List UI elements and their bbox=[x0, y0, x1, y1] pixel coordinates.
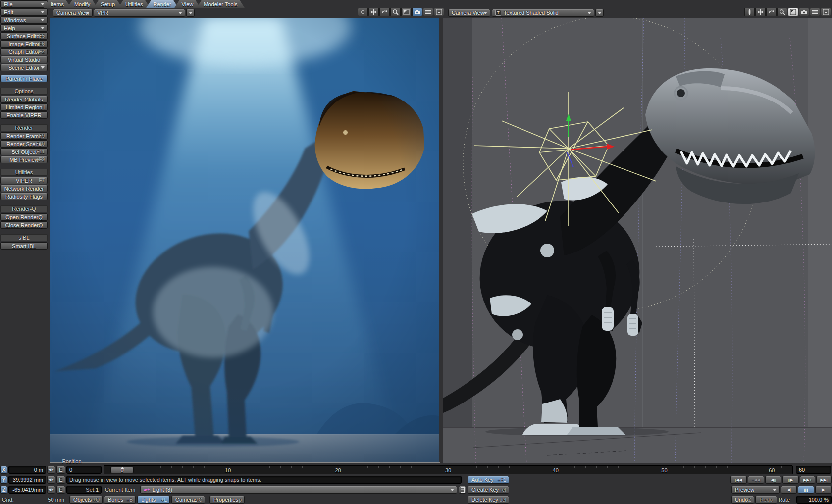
chevron-down-icon bbox=[587, 12, 591, 14]
sidebar-item-limited-region[interactable]: Limited Regionl bbox=[0, 103, 48, 111]
dope-track-toggle[interactable] bbox=[459, 486, 466, 494]
sidebar-item-render-globals[interactable]: Render Globals bbox=[0, 96, 48, 103]
sidebar-item-close-renderq[interactable]: Close RenderQ bbox=[0, 221, 48, 229]
next-key-button[interactable]: ▶▶+ bbox=[800, 476, 815, 484]
left-viewport-shading-select[interactable]: VPR bbox=[94, 9, 185, 17]
z-envelope-button[interactable]: E bbox=[56, 486, 65, 494]
menu-windows[interactable]: Windows bbox=[0, 16, 48, 24]
current-frame-field[interactable]: 0 bbox=[66, 466, 102, 474]
play-reverse-button[interactable]: ◀ bbox=[781, 486, 797, 494]
vpr-render-scene bbox=[50, 18, 439, 462]
axis-y-toggle[interactable]: Y bbox=[0, 476, 7, 484]
timeline-ruler[interactable]: 0 10 20 30 40 50 60 bbox=[104, 465, 793, 474]
sidebar-item-virtual-studio[interactable]: Virtual Studio bbox=[0, 56, 48, 63]
stepper-arrows-icon: ◀▶ bbox=[48, 488, 54, 492]
pan-view-icon[interactable] bbox=[368, 8, 379, 16]
snapshot-icon[interactable] bbox=[821, 8, 831, 16]
pause-button[interactable]: ▮▮ bbox=[798, 486, 814, 494]
set-field[interactable]: Set:1 bbox=[66, 486, 102, 494]
play-button[interactable]: ▶ bbox=[815, 486, 832, 494]
frame-slider-handle[interactable]: 0 bbox=[110, 467, 134, 473]
sidebar-item-radiosity-flags[interactable]: Radiosity Flags bbox=[0, 193, 48, 200]
menu-help[interactable]: Help bbox=[0, 24, 48, 32]
zoom-view-icon[interactable] bbox=[777, 8, 787, 16]
maximize-viewport-icon[interactable] bbox=[401, 8, 412, 16]
tab-view[interactable]: View bbox=[174, 0, 201, 8]
sidebar-item-mb-preview[interactable]: MB Preview+F9 bbox=[0, 156, 48, 163]
sidebar-item-render-frame[interactable]: Render FrameF9 bbox=[0, 132, 48, 140]
x-envelope-button[interactable]: E bbox=[56, 466, 65, 474]
current-item-dropdown[interactable]: ▰✦ Light (3) bbox=[140, 486, 457, 494]
go-to-start-button[interactable]: |◀◀ bbox=[730, 476, 747, 484]
camera-icon[interactable] bbox=[412, 8, 422, 16]
left-viewport-canvas[interactable] bbox=[50, 18, 440, 463]
sidebar-item-sel-object[interactable]: Sel ObjectF11 bbox=[0, 148, 48, 155]
item-tab-objects[interactable]: Objects+O bbox=[69, 496, 103, 504]
menu-file[interactable]: File bbox=[0, 0, 48, 8]
tab-modify[interactable]: Modify bbox=[67, 0, 98, 8]
y-envelope-button[interactable]: E bbox=[56, 476, 65, 484]
position-x-field[interactable]: 0 m bbox=[8, 466, 46, 474]
item-tab-cameras[interactable]: Cameras+C bbox=[171, 496, 205, 504]
right-viewport-canvas[interactable] bbox=[443, 18, 832, 463]
tab-render[interactable]: Render bbox=[146, 0, 179, 8]
left-viewport-view-select[interactable]: Camera View bbox=[53, 9, 93, 17]
left-viewport-options-dropdown[interactable] bbox=[186, 9, 195, 17]
position-y-field[interactable]: 39.9992 mm bbox=[8, 476, 46, 484]
button-label: Bones bbox=[108, 497, 123, 503]
sidebar-item-graph-editor[interactable]: Graph Editor^F2 bbox=[0, 48, 48, 55]
zoom-view-icon[interactable] bbox=[390, 8, 401, 16]
tab-items[interactable]: Items bbox=[43, 0, 71, 8]
list-menu-icon[interactable] bbox=[423, 8, 433, 16]
auto-key-button[interactable]: Auto Key+F1 bbox=[468, 476, 509, 484]
properties-button[interactable]: Propertiesp bbox=[209, 496, 245, 504]
move-view-icon[interactable] bbox=[358, 8, 368, 16]
tab-modeler-tools[interactable]: Modeler Tools bbox=[196, 0, 245, 8]
rotate-view-icon[interactable] bbox=[379, 8, 390, 16]
button-label: Smart IBL bbox=[12, 243, 36, 249]
sidebar-item-scene-editor[interactable]: Scene Editor bbox=[0, 64, 48, 71]
menu-edit[interactable]: Edit bbox=[0, 8, 48, 16]
snapshot-icon[interactable] bbox=[434, 8, 444, 16]
sidebar-item-open-renderq[interactable]: Open RenderQ bbox=[0, 213, 48, 221]
sidebar-item-parent-in-place[interactable]: Parent in Place bbox=[0, 75, 48, 82]
last-frame-field[interactable]: 60 bbox=[796, 466, 831, 474]
create-key-button[interactable]: Create Keyret bbox=[468, 486, 509, 494]
prev-key-button[interactable]: +◀◀ bbox=[748, 476, 764, 484]
axis-z-toggle[interactable]: Z bbox=[0, 486, 7, 494]
sidebar-item-viper[interactable]: VIPERF7 bbox=[0, 177, 48, 184]
sidebar-item-image-editor[interactable]: Image EditorF6 bbox=[0, 40, 48, 48]
camera-icon[interactable] bbox=[799, 8, 809, 16]
right-viewport-shading-select[interactable]: T Textured Shaded Solid bbox=[492, 9, 594, 17]
item-tab-bones[interactable]: Bones+B bbox=[104, 496, 136, 504]
tab-utilities[interactable]: Utilities bbox=[118, 0, 150, 8]
sidebar-item-smart-ibl[interactable]: Smart IBL bbox=[0, 242, 48, 250]
position-z-field[interactable]: -65.0419mm bbox=[8, 486, 46, 494]
rotate-view-icon[interactable] bbox=[766, 8, 777, 16]
delete-key-button[interactable]: Delete Keydel bbox=[468, 496, 509, 504]
go-to-end-button[interactable]: ▶▶| bbox=[816, 476, 832, 484]
rate-field[interactable]: 100.0 % bbox=[796, 496, 832, 504]
sidebar-item-render-scene[interactable]: Render SceneF10 bbox=[0, 140, 48, 148]
redo-button[interactable]: Redo bbox=[755, 496, 777, 504]
pan-view-icon[interactable] bbox=[755, 8, 766, 16]
undo-button[interactable]: Undo^Z bbox=[731, 496, 754, 504]
y-stepper[interactable]: ◀▶ bbox=[47, 476, 55, 484]
item-tab-lights[interactable]: Lights+L bbox=[137, 496, 170, 504]
sidebar-item-enable-viper[interactable]: Enable VIPER bbox=[0, 111, 48, 119]
maximize-viewport-icon[interactable] bbox=[788, 8, 798, 16]
move-view-icon[interactable] bbox=[744, 8, 755, 16]
sidebar-item-network-render[interactable]: Network Render bbox=[0, 185, 48, 192]
button-label: Limited Region bbox=[6, 104, 42, 110]
list-menu-icon[interactable] bbox=[810, 8, 820, 16]
step-forward-button[interactable]: ||▶ bbox=[782, 476, 799, 484]
right-viewport-view-select[interactable]: Camera View bbox=[448, 9, 490, 17]
right-viewport-options-dropdown[interactable] bbox=[595, 9, 604, 17]
z-stepper[interactable]: ◀▶ bbox=[47, 486, 55, 494]
sidebar-item-surface-editor[interactable]: Surface EditorF5 bbox=[0, 32, 48, 40]
step-back-button[interactable]: ◀|| bbox=[765, 476, 781, 484]
preview-dropdown[interactable]: Preview bbox=[731, 486, 780, 494]
x-stepper[interactable]: ◀▶ bbox=[47, 466, 55, 474]
tab-setup[interactable]: Setup bbox=[93, 0, 122, 8]
axis-x-toggle[interactable]: X bbox=[0, 466, 7, 474]
